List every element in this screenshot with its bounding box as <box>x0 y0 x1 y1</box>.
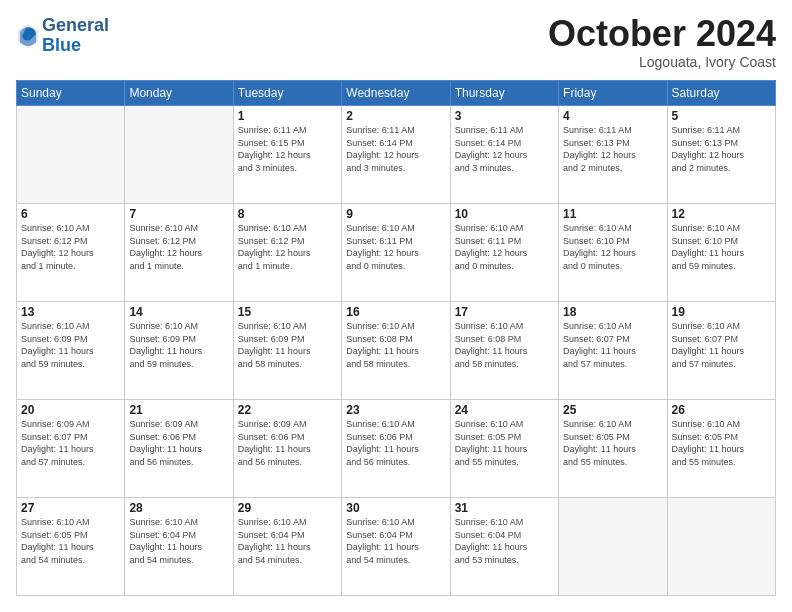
day-number: 21 <box>129 403 228 417</box>
day-number: 12 <box>672 207 771 221</box>
day-number: 13 <box>21 305 120 319</box>
calendar-cell: 6Sunrise: 6:10 AM Sunset: 6:12 PM Daylig… <box>17 204 125 302</box>
day-number: 23 <box>346 403 445 417</box>
day-number: 4 <box>563 109 662 123</box>
title-area: October 2024 Logouata, Ivory Coast <box>548 16 776 70</box>
header: General Blue October 2024 Logouata, Ivor… <box>16 16 776 70</box>
page: General Blue October 2024 Logouata, Ivor… <box>0 0 792 612</box>
calendar-header: SundayMondayTuesdayWednesdayThursdayFrid… <box>17 81 776 106</box>
day-info: Sunrise: 6:10 AM Sunset: 6:05 PM Dayligh… <box>672 418 771 468</box>
day-number: 24 <box>455 403 554 417</box>
day-info: Sunrise: 6:10 AM Sunset: 6:11 PM Dayligh… <box>346 222 445 272</box>
calendar-cell: 22Sunrise: 6:09 AM Sunset: 6:06 PM Dayli… <box>233 400 341 498</box>
day-number: 8 <box>238 207 337 221</box>
week-row-5: 27Sunrise: 6:10 AM Sunset: 6:05 PM Dayli… <box>17 498 776 596</box>
day-number: 15 <box>238 305 337 319</box>
calendar-cell <box>17 106 125 204</box>
logo-general: General <box>42 16 109 36</box>
day-number: 19 <box>672 305 771 319</box>
weekday-header-wednesday: Wednesday <box>342 81 450 106</box>
day-info: Sunrise: 6:10 AM Sunset: 6:04 PM Dayligh… <box>129 516 228 566</box>
day-info: Sunrise: 6:11 AM Sunset: 6:13 PM Dayligh… <box>672 124 771 174</box>
day-info: Sunrise: 6:10 AM Sunset: 6:10 PM Dayligh… <box>563 222 662 272</box>
calendar-cell: 7Sunrise: 6:10 AM Sunset: 6:12 PM Daylig… <box>125 204 233 302</box>
week-row-4: 20Sunrise: 6:09 AM Sunset: 6:07 PM Dayli… <box>17 400 776 498</box>
day-info: Sunrise: 6:10 AM Sunset: 6:08 PM Dayligh… <box>346 320 445 370</box>
day-number: 18 <box>563 305 662 319</box>
day-number: 27 <box>21 501 120 515</box>
calendar-cell: 3Sunrise: 6:11 AM Sunset: 6:14 PM Daylig… <box>450 106 558 204</box>
week-row-2: 6Sunrise: 6:10 AM Sunset: 6:12 PM Daylig… <box>17 204 776 302</box>
day-info: Sunrise: 6:10 AM Sunset: 6:09 PM Dayligh… <box>21 320 120 370</box>
calendar-cell: 2Sunrise: 6:11 AM Sunset: 6:14 PM Daylig… <box>342 106 450 204</box>
calendar-cell <box>559 498 667 596</box>
day-number: 9 <box>346 207 445 221</box>
calendar-cell: 1Sunrise: 6:11 AM Sunset: 6:15 PM Daylig… <box>233 106 341 204</box>
week-row-1: 1Sunrise: 6:11 AM Sunset: 6:15 PM Daylig… <box>17 106 776 204</box>
day-number: 7 <box>129 207 228 221</box>
day-info: Sunrise: 6:11 AM Sunset: 6:14 PM Dayligh… <box>346 124 445 174</box>
day-number: 29 <box>238 501 337 515</box>
calendar-cell: 30Sunrise: 6:10 AM Sunset: 6:04 PM Dayli… <box>342 498 450 596</box>
calendar-cell: 8Sunrise: 6:10 AM Sunset: 6:12 PM Daylig… <box>233 204 341 302</box>
calendar-cell: 10Sunrise: 6:10 AM Sunset: 6:11 PM Dayli… <box>450 204 558 302</box>
location-subtitle: Logouata, Ivory Coast <box>548 54 776 70</box>
calendar-body: 1Sunrise: 6:11 AM Sunset: 6:15 PM Daylig… <box>17 106 776 596</box>
day-number: 17 <box>455 305 554 319</box>
weekday-header-friday: Friday <box>559 81 667 106</box>
calendar-cell: 31Sunrise: 6:10 AM Sunset: 6:04 PM Dayli… <box>450 498 558 596</box>
day-number: 28 <box>129 501 228 515</box>
calendar-cell: 29Sunrise: 6:10 AM Sunset: 6:04 PM Dayli… <box>233 498 341 596</box>
day-info: Sunrise: 6:09 AM Sunset: 6:07 PM Dayligh… <box>21 418 120 468</box>
day-info: Sunrise: 6:10 AM Sunset: 6:07 PM Dayligh… <box>563 320 662 370</box>
day-info: Sunrise: 6:10 AM Sunset: 6:04 PM Dayligh… <box>238 516 337 566</box>
day-info: Sunrise: 6:10 AM Sunset: 6:05 PM Dayligh… <box>563 418 662 468</box>
calendar-cell: 9Sunrise: 6:10 AM Sunset: 6:11 PM Daylig… <box>342 204 450 302</box>
weekday-header-row: SundayMondayTuesdayWednesdayThursdayFrid… <box>17 81 776 106</box>
day-info: Sunrise: 6:10 AM Sunset: 6:12 PM Dayligh… <box>238 222 337 272</box>
day-info: Sunrise: 6:10 AM Sunset: 6:08 PM Dayligh… <box>455 320 554 370</box>
calendar-cell: 21Sunrise: 6:09 AM Sunset: 6:06 PM Dayli… <box>125 400 233 498</box>
day-info: Sunrise: 6:10 AM Sunset: 6:04 PM Dayligh… <box>455 516 554 566</box>
day-number: 10 <box>455 207 554 221</box>
day-number: 16 <box>346 305 445 319</box>
day-info: Sunrise: 6:11 AM Sunset: 6:14 PM Dayligh… <box>455 124 554 174</box>
day-number: 2 <box>346 109 445 123</box>
calendar-cell: 14Sunrise: 6:10 AM Sunset: 6:09 PM Dayli… <box>125 302 233 400</box>
day-number: 26 <box>672 403 771 417</box>
day-info: Sunrise: 6:11 AM Sunset: 6:13 PM Dayligh… <box>563 124 662 174</box>
day-info: Sunrise: 6:10 AM Sunset: 6:12 PM Dayligh… <box>129 222 228 272</box>
calendar-cell: 26Sunrise: 6:10 AM Sunset: 6:05 PM Dayli… <box>667 400 775 498</box>
weekday-header-sunday: Sunday <box>17 81 125 106</box>
day-number: 3 <box>455 109 554 123</box>
day-info: Sunrise: 6:10 AM Sunset: 6:10 PM Dayligh… <box>672 222 771 272</box>
day-info: Sunrise: 6:09 AM Sunset: 6:06 PM Dayligh… <box>238 418 337 468</box>
week-row-3: 13Sunrise: 6:10 AM Sunset: 6:09 PM Dayli… <box>17 302 776 400</box>
day-info: Sunrise: 6:10 AM Sunset: 6:09 PM Dayligh… <box>129 320 228 370</box>
calendar-cell: 5Sunrise: 6:11 AM Sunset: 6:13 PM Daylig… <box>667 106 775 204</box>
day-number: 25 <box>563 403 662 417</box>
day-info: Sunrise: 6:10 AM Sunset: 6:06 PM Dayligh… <box>346 418 445 468</box>
calendar-cell: 23Sunrise: 6:10 AM Sunset: 6:06 PM Dayli… <box>342 400 450 498</box>
day-number: 6 <box>21 207 120 221</box>
day-number: 1 <box>238 109 337 123</box>
calendar-cell: 25Sunrise: 6:10 AM Sunset: 6:05 PM Dayli… <box>559 400 667 498</box>
logo-icon <box>16 22 40 50</box>
month-title: October 2024 <box>548 16 776 52</box>
calendar-cell: 15Sunrise: 6:10 AM Sunset: 6:09 PM Dayli… <box>233 302 341 400</box>
calendar-cell: 27Sunrise: 6:10 AM Sunset: 6:05 PM Dayli… <box>17 498 125 596</box>
calendar-cell <box>125 106 233 204</box>
calendar-table: SundayMondayTuesdayWednesdayThursdayFrid… <box>16 80 776 596</box>
day-info: Sunrise: 6:11 AM Sunset: 6:15 PM Dayligh… <box>238 124 337 174</box>
day-info: Sunrise: 6:10 AM Sunset: 6:05 PM Dayligh… <box>455 418 554 468</box>
calendar-cell: 17Sunrise: 6:10 AM Sunset: 6:08 PM Dayli… <box>450 302 558 400</box>
day-number: 22 <box>238 403 337 417</box>
day-number: 30 <box>346 501 445 515</box>
logo: General Blue <box>16 16 109 56</box>
day-number: 11 <box>563 207 662 221</box>
calendar-cell: 19Sunrise: 6:10 AM Sunset: 6:07 PM Dayli… <box>667 302 775 400</box>
calendar-cell: 11Sunrise: 6:10 AM Sunset: 6:10 PM Dayli… <box>559 204 667 302</box>
weekday-header-monday: Monday <box>125 81 233 106</box>
weekday-header-tuesday: Tuesday <box>233 81 341 106</box>
weekday-header-saturday: Saturday <box>667 81 775 106</box>
